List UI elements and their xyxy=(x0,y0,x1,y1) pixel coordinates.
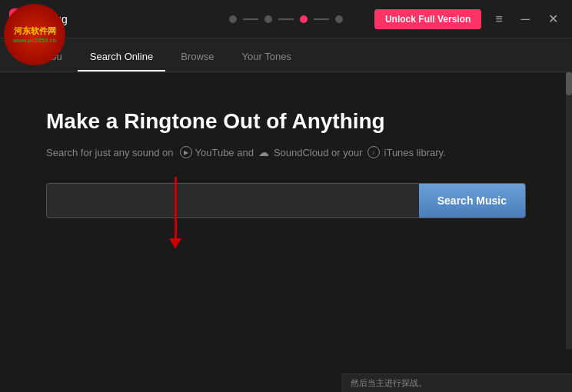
nav-item-your-tones[interactable]: Your Tones xyxy=(230,43,304,71)
subtitle-prefix: Search for just any sound on xyxy=(46,147,174,158)
subtitle-itunes: iTunes library. xyxy=(384,147,446,158)
step-line-1 xyxy=(243,18,258,20)
subtitle-youtube: YouTube and xyxy=(195,147,254,158)
app-icon: ♪ xyxy=(9,8,31,30)
titlebar: ♪ iRingg Unlock Full Version ≡ ─ ✕ xyxy=(0,0,572,38)
subtitle: Search for just any sound on ▶ YouTube a… xyxy=(46,146,526,158)
statusbar: 然后当主进行探战。 xyxy=(341,374,572,392)
app-name: iRingg xyxy=(37,13,68,25)
unlock-button[interactable]: Unlock Full Version xyxy=(374,9,481,29)
menu-icon[interactable]: ≡ xyxy=(491,11,507,28)
search-bar: Search Music xyxy=(46,183,526,218)
step-indicator xyxy=(229,15,343,23)
nav-item-for-you[interactable]: For You xyxy=(15,43,75,71)
page-headline: Make a Ringtone Out of Anything xyxy=(46,109,526,134)
scrollbar-thumb[interactable] xyxy=(566,72,572,95)
step-dot-3 xyxy=(300,15,308,23)
main-content: Make a Ringtone Out of Anything Search f… xyxy=(0,72,572,249)
nav-item-search-online[interactable]: Search Online xyxy=(78,43,165,71)
step-line-3 xyxy=(314,18,329,20)
youtube-icon: ▶ xyxy=(180,146,192,158)
status-text: 然后当主进行探战。 xyxy=(351,377,427,389)
scrollbar[interactable] xyxy=(566,72,572,349)
search-input[interactable] xyxy=(47,184,419,218)
search-button[interactable]: Search Music xyxy=(419,184,525,218)
step-dot-4 xyxy=(335,15,343,23)
step-dot-1 xyxy=(229,15,237,23)
itunes-icon: ♪ xyxy=(367,146,380,158)
subtitle-soundcloud: SoundCloud or your xyxy=(274,147,363,158)
nav-item-browse[interactable]: Browse xyxy=(168,43,226,71)
titlebar-right: Unlock Full Version ≡ ─ ✕ xyxy=(374,9,563,29)
step-line-2 xyxy=(278,18,294,20)
minimize-icon[interactable]: ─ xyxy=(517,11,534,28)
close-icon[interactable]: ✕ xyxy=(544,10,563,28)
nav: For You Search Online Browse Your Tones xyxy=(0,38,572,72)
titlebar-left: ♪ iRingg xyxy=(9,8,68,30)
step-dot-2 xyxy=(264,15,272,23)
soundcloud-icon: ☁ xyxy=(258,146,269,158)
